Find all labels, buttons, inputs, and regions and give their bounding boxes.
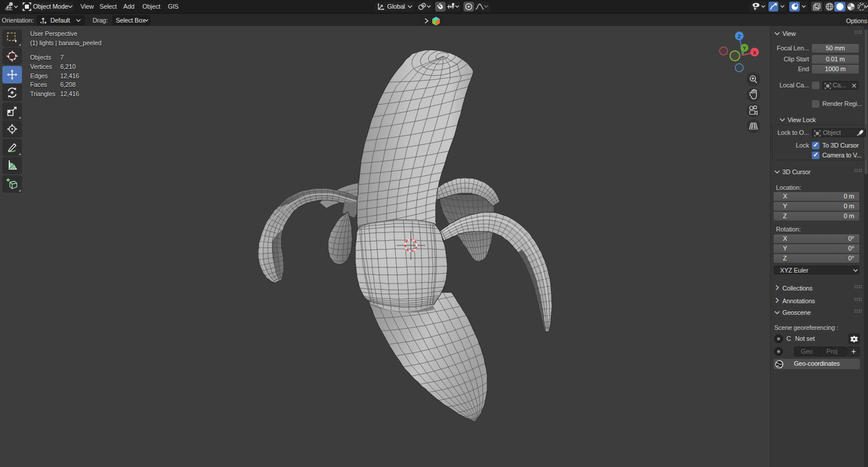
svg-text:Z: Z [738,34,741,39]
svg-text:Y: Y [743,45,746,51]
svg-text:X: X [753,50,756,56]
